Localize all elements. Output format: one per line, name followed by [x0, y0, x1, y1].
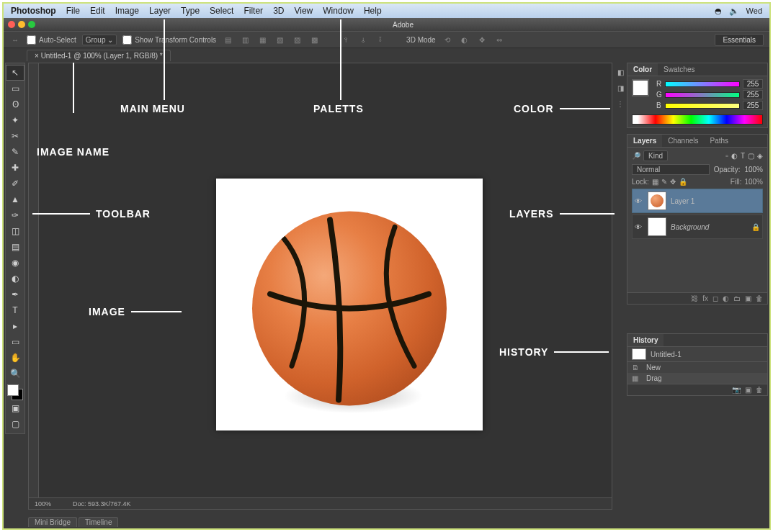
panel-icon[interactable]: ⋮ [615, 99, 625, 109]
menu-filter[interactable]: Filter [243, 6, 263, 16]
align-icon[interactable]: ▤ [222, 34, 233, 45]
clone-stamp-tool[interactable]: ▲ [6, 191, 24, 207]
app-menu[interactable]: Photoshop [11, 6, 56, 16]
3d-rotate-icon[interactable]: ⟲ [442, 34, 453, 45]
group-icon[interactable]: 🗀 [733, 294, 741, 302]
eyedropper-tool[interactable]: ✎ [6, 144, 24, 160]
b-slider[interactable] [665, 103, 740, 109]
trash-icon[interactable]: 🗑 [756, 294, 763, 302]
pen-tool[interactable]: ✒ [6, 287, 24, 302]
volume-icon[interactable]: 🔈 [729, 6, 739, 16]
marquee-tool[interactable]: ▭ [6, 81, 24, 96]
document-tab[interactable]: × Untitled-1 @ 100% (Layer 1, RGB/8) * [27, 50, 171, 61]
show-transform-checkbox[interactable] [122, 35, 132, 45]
color-swatches[interactable] [7, 384, 23, 400]
zoom-icon[interactable] [28, 21, 35, 28]
minimize-icon[interactable] [18, 21, 25, 28]
align-icon[interactable]: ▦ [256, 34, 268, 45]
panel-icon[interactable]: ◧ [615, 67, 625, 77]
close-icon[interactable] [8, 21, 15, 28]
screen-mode-tool[interactable]: ▢ [6, 416, 24, 432]
type-tool[interactable]: T [6, 302, 24, 318]
fx-icon[interactable]: fx [702, 294, 708, 302]
tab-paths[interactable]: Paths [705, 135, 735, 147]
notification-icon[interactable]: ◓ [715, 6, 722, 16]
zoom-tool[interactable]: 🔍 [6, 366, 24, 382]
link-layers-icon[interactable]: ⛓ [691, 294, 698, 302]
align-icon[interactable]: ▥ [239, 34, 251, 45]
b-value[interactable]: 255 [743, 101, 763, 110]
doc-size[interactable]: Doc: 593.3K/767.4K [73, 500, 131, 508]
document-canvas[interactable] [216, 179, 483, 430]
r-value[interactable]: 255 [743, 79, 763, 89]
tab-swatches[interactable]: Swatches [658, 63, 700, 76]
tab-history[interactable]: History [627, 334, 663, 346]
align-icon[interactable]: ▩ [308, 34, 320, 45]
layer-row[interactable]: 👁 Background 🔒 [632, 215, 763, 239]
menu-window[interactable]: Window [323, 6, 354, 16]
dodge-tool[interactable]: ◐ [6, 271, 24, 287]
foreground-swatch[interactable] [632, 79, 649, 96]
menu-select[interactable]: Select [210, 6, 233, 16]
g-slider[interactable] [665, 92, 740, 98]
menu-type[interactable]: Type [181, 6, 200, 16]
move-tool[interactable]: ↖ [6, 65, 24, 81]
3d-roll-icon[interactable]: ◐ [459, 34, 470, 45]
new-state-icon[interactable]: ▣ [745, 386, 751, 394]
align-icon[interactable]: ▧ [274, 34, 285, 45]
menu-help[interactable]: Help [364, 6, 382, 16]
eraser-tool[interactable]: ◫ [6, 223, 24, 239]
color-spectrum[interactable] [632, 114, 763, 125]
menu-image[interactable]: Image [115, 6, 139, 16]
auto-select-checkbox[interactable] [27, 35, 36, 45]
history-step[interactable]: 🗎New [627, 362, 767, 373]
path-selection-tool[interactable]: ▸ [6, 318, 24, 334]
blur-tool[interactable]: ◉ [6, 255, 24, 271]
visibility-icon[interactable]: 👁 [635, 197, 643, 205]
magic-wand-tool[interactable]: ✦ [6, 112, 24, 128]
quick-mask-tool[interactable]: ▣ [6, 400, 24, 416]
hand-tool[interactable]: ✋ [6, 350, 24, 366]
auto-select-target[interactable]: Group ⌄ [82, 35, 117, 45]
history-step[interactable]: ▦Drag [627, 373, 767, 384]
tab-layers[interactable]: Layers [627, 135, 662, 147]
menu-layer[interactable]: Layer [149, 6, 171, 16]
trash-icon[interactable]: 🗑 [756, 386, 763, 394]
opacity-value[interactable]: 100% [744, 166, 763, 173]
adjustment-icon[interactable]: ◐ [723, 294, 729, 302]
mask-icon[interactable]: ◻ [712, 294, 718, 302]
tab-color[interactable]: Color [627, 63, 658, 76]
align-icon[interactable]: ▨ [291, 34, 303, 45]
clock[interactable]: Wed [746, 6, 762, 15]
distribute-icon[interactable]: ⫯ [340, 34, 352, 45]
tab-timeline[interactable]: Timeline [79, 517, 118, 527]
visibility-icon[interactable]: 👁 [635, 223, 643, 231]
filter-kind[interactable]: Kind [643, 150, 668, 161]
r-slider[interactable] [665, 81, 740, 87]
zoom-level[interactable]: 100% [35, 500, 51, 508]
lasso-tool[interactable]: ʘ [6, 96, 24, 112]
distribute-icon[interactable]: ⫱ [375, 34, 386, 45]
menu-file[interactable]: File [66, 6, 80, 16]
brush-tool[interactable]: ✐ [6, 176, 24, 191]
tab-mini-bridge[interactable]: Mini Bridge [28, 517, 77, 527]
history-brush-tool[interactable]: ✑ [6, 207, 24, 223]
gradient-tool[interactable]: ▤ [6, 239, 24, 255]
3d-slide-icon[interactable]: ⇔ [493, 34, 505, 45]
panel-icon[interactable]: ◨ [615, 83, 625, 93]
shape-tool[interactable]: ▭ [6, 334, 24, 350]
new-layer-icon[interactable]: ▣ [745, 294, 751, 302]
layer-row[interactable]: 👁 Layer 1 [632, 189, 763, 213]
blend-mode[interactable]: Normal [632, 164, 710, 175]
tab-channels[interactable]: Channels [662, 135, 704, 147]
3d-pan-icon[interactable]: ✥ [476, 34, 488, 45]
menu-view[interactable]: View [294, 6, 313, 16]
healing-brush-tool[interactable]: ✚ [6, 160, 24, 176]
menu-edit[interactable]: Edit [90, 6, 105, 16]
camera-icon[interactable]: 📷 [732, 386, 741, 394]
fill-value[interactable]: 100% [744, 178, 763, 186]
workspace-switcher[interactable]: Essentials [715, 34, 764, 46]
menu-3d[interactable]: 3D [273, 6, 284, 16]
distribute-icon[interactable]: ⫰ [357, 34, 369, 45]
g-value[interactable]: 255 [743, 90, 763, 99]
